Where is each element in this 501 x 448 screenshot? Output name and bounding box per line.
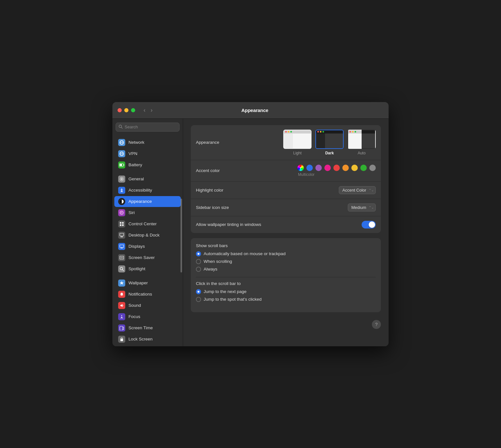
dark-label: Dark xyxy=(325,151,334,155)
sidebar-item-battery[interactable]: Battery xyxy=(114,159,181,170)
jump-spot-clicked-radio[interactable] xyxy=(196,297,201,302)
svg-rect-19 xyxy=(120,233,124,236)
scroll-auto-option[interactable]: Automatically based on mouse or trackpad xyxy=(196,251,376,256)
sidebar-item-vpn[interactable]: VPN xyxy=(114,148,181,159)
maximize-button[interactable] xyxy=(131,108,135,112)
sidebar-item-notifications[interactable]: Notifications xyxy=(114,289,181,300)
appearance-dark-option[interactable]: Dark xyxy=(315,130,344,155)
battery-icon xyxy=(118,161,125,168)
jump-next-page-radio[interactable] xyxy=(196,289,201,294)
accent-blue[interactable] xyxy=(306,165,313,171)
general-icon xyxy=(118,176,125,183)
light-label: Light xyxy=(293,151,302,155)
accent-red[interactable] xyxy=(333,165,340,171)
spotlight-icon xyxy=(118,265,125,272)
accent-color-controls: Multicolor xyxy=(258,165,376,177)
highlight-color-select[interactable]: Accent Color Blue Purple Pink Red Orange… xyxy=(339,186,376,194)
sidebar-item-wallpaper[interactable]: Wallpaper xyxy=(114,278,181,289)
sidebar-item-label: Control Center xyxy=(128,221,157,226)
sidebar-item-label: Displays xyxy=(128,244,145,249)
highlight-color-dropdown-wrapper: Accent Color Blue Purple Pink Red Orange… xyxy=(339,186,376,194)
sidebar-item-lock-screen[interactable]: Lock Screen xyxy=(114,334,181,345)
sidebar-item-screen-saver[interactable]: Screen Saver xyxy=(114,252,181,263)
minimize-button[interactable] xyxy=(124,108,128,112)
network-icon xyxy=(118,139,125,146)
highlight-color-label: Highlight color xyxy=(196,188,254,193)
appearance-row: Appearance xyxy=(191,125,381,160)
sidebar-icon-size-row: Sidebar icon size Small Medium Large xyxy=(191,199,381,216)
window-content: Network VPN xyxy=(112,119,389,346)
sidebar-icon-size-select[interactable]: Small Medium Large xyxy=(348,203,376,211)
sidebar-icon-size-label: Sidebar icon size xyxy=(196,205,254,210)
svg-rect-15 xyxy=(120,222,121,224)
accent-yellow[interactable] xyxy=(351,165,358,171)
sidebar-item-general[interactable]: General xyxy=(114,174,181,185)
sidebar-item-control-center[interactable]: Control Center xyxy=(114,219,181,229)
jump-spot-clicked-label: Jump to the spot that's clicked xyxy=(204,297,261,302)
nav-buttons: ‹ › xyxy=(142,106,154,114)
auto-label: Auto xyxy=(358,151,366,155)
scroll-auto-radio[interactable] xyxy=(196,251,201,256)
sidebar-item-sound[interactable]: Sound xyxy=(114,300,181,311)
displays-icon xyxy=(118,243,125,250)
sidebar-item-network[interactable]: Network xyxy=(114,137,181,148)
sidebar-item-label: VPN xyxy=(128,151,137,156)
scroll-when-scrolling-option[interactable]: When scrolling xyxy=(196,259,376,264)
system-preferences-window: ‹ › Appearance xyxy=(112,102,389,346)
multicolor-label: Multicolor xyxy=(298,172,376,177)
sound-icon xyxy=(118,302,125,309)
sidebar-item-label: Lock Screen xyxy=(128,337,153,341)
search-box[interactable] xyxy=(116,123,180,132)
appearance-auto-option[interactable]: Auto xyxy=(347,130,376,155)
sidebar-item-label: Screen Time xyxy=(128,325,153,330)
scroll-when-scrolling-radio[interactable] xyxy=(196,259,201,264)
close-button[interactable] xyxy=(118,108,122,112)
scroll-always-option[interactable]: Always xyxy=(196,267,376,272)
window-title: Appearance xyxy=(154,108,355,113)
screen-saver-icon xyxy=(118,254,125,261)
wallpaper-tinting-controls xyxy=(265,221,376,228)
siri-icon xyxy=(118,209,125,216)
sidebar-item-siri[interactable]: Siri xyxy=(114,207,181,218)
accent-multicolor[interactable] xyxy=(297,165,304,171)
wallpaper-tinting-toggle[interactable] xyxy=(362,221,376,228)
svg-rect-24 xyxy=(120,257,123,259)
sidebar: Network VPN xyxy=(112,119,183,346)
accent-gray[interactable] xyxy=(369,165,376,171)
sidebar-item-screen-time[interactable]: Screen Time xyxy=(114,323,181,333)
highlight-color-row: Highlight color Accent Color Blue Purple… xyxy=(191,182,381,199)
svg-point-0 xyxy=(119,125,122,127)
search-input[interactable] xyxy=(125,125,177,129)
sidebar-list: Network VPN xyxy=(112,135,183,346)
sidebar-icon-size-controls: Small Medium Large xyxy=(258,203,376,211)
accent-pink[interactable] xyxy=(324,165,331,171)
sidebar-item-displays[interactable]: Displays xyxy=(114,241,181,252)
sidebar-scroll-area: Network VPN xyxy=(112,135,183,346)
svg-rect-17 xyxy=(120,224,121,226)
scroll-auto-label: Automatically based on mouse or trackpad xyxy=(204,251,286,256)
appearance-label: Appearance xyxy=(196,140,254,145)
main-content: Appearance xyxy=(183,119,389,346)
appearance-light-option[interactable]: Light xyxy=(283,130,312,155)
help-button[interactable]: ? xyxy=(372,320,381,329)
search-icon xyxy=(119,125,123,130)
accent-purple[interactable] xyxy=(315,165,322,171)
sidebar-item-label: Wallpaper xyxy=(128,280,148,285)
sidebar-item-desktop-dock[interactable]: Desktop & Dock xyxy=(114,230,181,241)
svg-rect-16 xyxy=(122,222,124,224)
accent-green[interactable] xyxy=(360,165,367,171)
sidebar-item-label: Network xyxy=(128,140,145,145)
accent-orange[interactable] xyxy=(342,165,349,171)
sidebar-item-spotlight[interactable]: Spotlight xyxy=(114,263,181,274)
scroll-always-radio[interactable] xyxy=(196,267,201,272)
sidebar-item-label: Notifications xyxy=(128,292,152,297)
jump-spot-clicked-option[interactable]: Jump to the spot that's clicked xyxy=(196,297,376,302)
back-button[interactable]: ‹ xyxy=(142,106,147,114)
sidebar-item-focus[interactable]: Focus xyxy=(114,311,181,322)
forward-button[interactable]: › xyxy=(149,106,154,114)
sidebar-item-appearance[interactable]: Appearance xyxy=(114,196,181,207)
sidebar-item-label: Spotlight xyxy=(128,266,145,271)
sidebar-item-label: Siri xyxy=(128,210,135,215)
jump-next-page-option[interactable]: Jump to the next page xyxy=(196,289,376,294)
sidebar-item-accessibility[interactable]: Accessibility xyxy=(114,185,181,196)
